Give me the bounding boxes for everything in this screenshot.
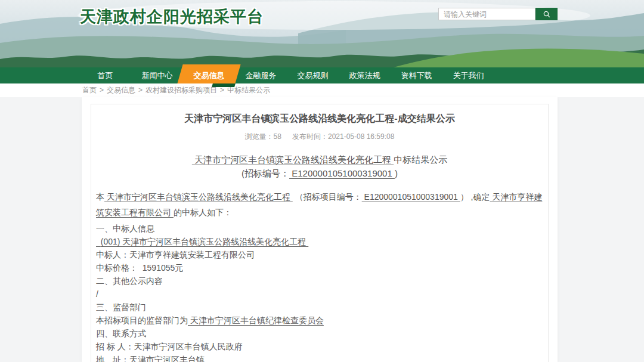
breadcrumb-result-notice: 中标结果公示 [227,86,270,94]
notice-title: 天津市宁河区丰台镇滨玉公路线沿线美化亮化工程 中标结果公示 [96,155,543,165]
breadcrumb-separator: > [220,86,224,94]
nav-item-news[interactable]: 新闻中心 [131,67,183,83]
intro-text: （招标项目编号： [293,192,362,202]
section3-heading: 三、监督部门 [96,301,543,314]
page-body: 天津市宁河区丰台镇滨玉公路线沿线美化亮化工程-成交结果公示 浏览量：58发布时间… [0,97,644,362]
search-bar [438,8,558,20]
article-sections: 一、中标人信息 (001) 天津市宁河区丰台镇滨玉公路线沿线美化亮化工程 中标人… [96,222,543,362]
notice-title-suffix: 中标结果公示 [394,154,447,165]
notice-bid-code-line: (招标编号： E1200001051000319001 ) [96,169,543,178]
breadcrumb-separator: > [138,86,143,94]
bidder-line: 招 标 人：天津市宁河区丰台镇人民政府 [96,340,543,353]
breadcrumb-separator: > [100,86,104,94]
content-card: 天津市宁河区丰台镇滨玉公路线沿线美化亮化工程-成交结果公示 浏览量：58发布时间… [82,97,558,362]
bid-code-prefix: (招标编号： [242,168,289,178]
breadcrumb-rural-projects[interactable]: 农村建设招标采购项目 [145,86,217,94]
intro-bid-code: E1200001051000319001 [362,192,460,202]
nav-item-trade-rules[interactable]: 交易规则 [287,67,339,83]
nav-item-finance[interactable]: 金融服务 [235,67,287,83]
views-count: 58 [274,132,281,141]
nav-item-home[interactable]: 首页 [79,67,131,83]
magnifier-icon [543,10,551,18]
publish-time-value: 2021-05-08 16:59:08 [328,132,394,141]
views-label: 浏览量： [245,132,274,141]
nav-item-policy[interactable]: 政策法规 [339,67,391,83]
breadcrumb-trade-info[interactable]: 交易信息 [107,86,135,94]
notice-project-name: 天津市宁河区丰台镇滨玉公路线沿线美化亮化工程 [192,154,394,165]
section4-heading: 四、联系方式 [96,327,543,340]
address-line: 地 址：天津市宁河区丰台镇 [96,353,543,362]
intro-paragraph: 本 天津市宁河区丰台镇滨玉公路线沿线美化亮化工程 （招标项目编号： E12000… [96,189,543,220]
article-title: 天津市宁河区丰台镇滨玉公路线沿线美化亮化工程-成交结果公示 [96,113,543,125]
price-line: 中标价格： 1591055元 [96,261,543,274]
publish-time-label: 发布时间： [292,132,328,141]
intro-text: 的中标人如下： [174,208,232,217]
nav-item-downloads[interactable]: 资料下载 [391,67,442,83]
winner-line: 中标人：天津市亨祥建筑安装工程有限公司 [96,248,543,261]
main-nav: 首页 新闻中心 交易信息 金融服务 交易规则 政策法规 资料下载 关于我们 [0,67,644,83]
site-title: 天津政村企阳光招采平台 [80,6,264,27]
nav-item-trade-info[interactable]: 交易信息 [183,67,235,83]
site-banner: 天津政村企阳光招采平台 [0,0,644,67]
section2-heading: 二、其他公示内容 [96,274,543,287]
bid-code-value: E1200001051000319001 [289,168,395,178]
section2-content: / [96,287,543,301]
breadcrumb-home[interactable]: 首页 [82,86,97,94]
intro-project-name: 天津市宁河区丰台镇滨玉公路线沿线美化亮化工程 [104,192,293,202]
bid-code-suffix: ) [395,168,398,178]
intro-text: 本 [96,192,104,202]
section1-project-item: (001) 天津市宁河区丰台镇滨玉公路线沿线美化亮化工程 [96,235,543,248]
search-input[interactable] [438,8,535,20]
supervision-line: 本招标项目的监督部门为 天津市宁河区丰台镇纪律检查委员会 [96,314,543,327]
intro-text: ） ,确定 [460,192,490,202]
breadcrumb: 首页>交易信息>农村建设招标采购项目>中标结果公示 [0,83,644,97]
article-meta: 浏览量：58发布时间：2021-05-08 16:59:08 [96,132,543,141]
active-tab-fold [212,83,236,87]
nav-item-about[interactable]: 关于我们 [442,67,494,83]
article-box: 天津市宁河区丰台镇滨玉公路线沿线美化亮化工程-成交结果公示 浏览量：58发布时间… [91,104,549,362]
section1-heading: 一、中标人信息 [96,222,543,235]
search-button[interactable] [535,8,558,20]
supervision-department: 天津市宁河区丰台镇纪律检查委员会 [188,315,324,325]
